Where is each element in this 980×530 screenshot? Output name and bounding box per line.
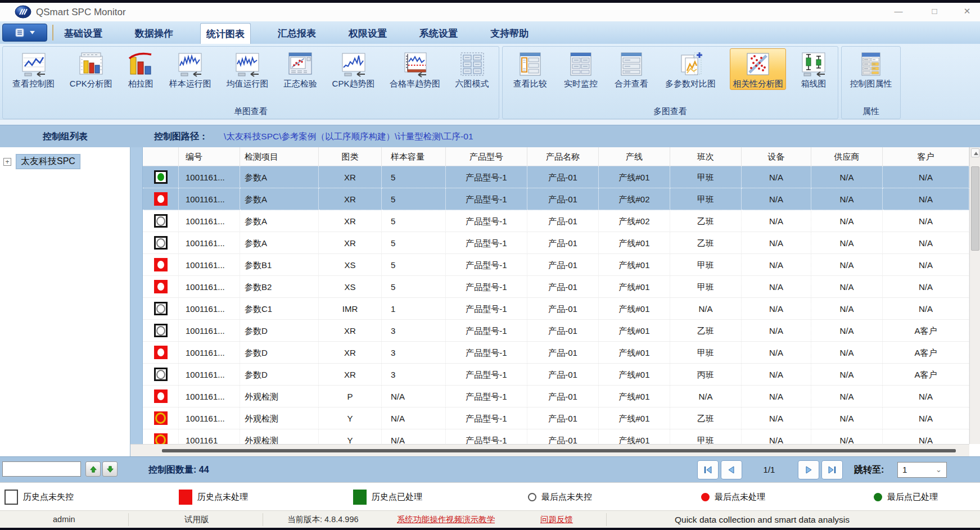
ribbon-group-label: 多图查看	[503, 106, 838, 117]
video-tutorial-link[interactable]: 系统功能操作视频演示教学	[397, 511, 495, 528]
column-header[interactable]: 班次	[670, 147, 742, 166]
tree-search-input[interactable]	[2, 461, 81, 477]
tab-statistical-charts[interactable]: 统计图表	[200, 23, 251, 44]
vertical-scrollbar-thumb[interactable]	[971, 166, 979, 251]
vertical-scrollbar[interactable]	[969, 147, 980, 444]
column-header[interactable]: 样本容量	[382, 147, 446, 166]
jump-page-select[interactable]: 1 ⌄	[897, 462, 947, 478]
column-header[interactable]: 产线	[599, 147, 670, 166]
table-row[interactable]: 1001161外观检测YN/A产品型号-1产品-01产线#01甲班N/AN/AN…	[130, 429, 969, 444]
horizontal-scrollbar-thumb[interactable]	[162, 449, 956, 452]
scroll-up-arrow-icon[interactable]	[971, 148, 979, 157]
row-gutter	[130, 210, 143, 232]
table-cell: N/A	[742, 386, 811, 407]
tree-node-label[interactable]: 太友科技SPC	[16, 154, 80, 169]
tab-system-settings[interactable]: 系统设置	[414, 23, 463, 44]
legend-white-circle-icon	[528, 493, 536, 501]
ribbon-button-cpk-analysis[interactable]: CPK分析图	[67, 48, 115, 90]
table-row[interactable]: 1001161...参数AXR5产品型号-1产品-01产线#02甲班N/AN/A…	[130, 188, 969, 210]
row-gutter	[130, 232, 143, 254]
tab-support-help[interactable]: 支持帮助	[485, 23, 534, 44]
maximize-button[interactable]: □	[922, 3, 947, 20]
column-header[interactable]: 供应商	[811, 147, 883, 166]
column-header[interactable]: 产品型号	[446, 147, 527, 166]
horizontal-scrollbar[interactable]	[130, 444, 969, 456]
tree-search-up-button[interactable]	[85, 461, 101, 477]
tab-data-operations[interactable]: 数据操作	[129, 23, 179, 44]
ribbon-button-view-control-chart[interactable]: 查看控制图	[10, 48, 57, 90]
minimize-button[interactable]: —	[886, 3, 911, 20]
table-cell: 1001161...	[179, 364, 240, 386]
table-row[interactable]: 1001161...参数B2XS5产品型号-1产品-01产线#01甲班N/AN/…	[130, 276, 969, 298]
previous-page-button[interactable]	[721, 460, 742, 479]
table-cell: 甲班	[670, 254, 742, 276]
table-row[interactable]: 1001161...参数AXR5产品型号-1产品-01产线#01乙班N/AN/A…	[130, 232, 969, 254]
window-bottom-edge	[0, 528, 980, 530]
last-page-icon	[827, 465, 838, 474]
app-menu-button[interactable]	[2, 24, 47, 42]
ribbon-button-normality-test[interactable]: 正态检验	[281, 48, 320, 90]
tree-search-down-button[interactable]	[102, 461, 118, 477]
ribbon-button-cpk-trend[interactable]: CPK趋势图	[329, 48, 378, 90]
table-row[interactable]: 1001161...参数DXR3产品型号-1产品-01产线#01乙班N/AN/A…	[130, 320, 969, 342]
row-gutter	[130, 407, 143, 429]
column-header[interactable]: 产品名称	[527, 147, 599, 166]
table-cell: N/A	[883, 298, 969, 320]
feedback-link[interactable]: 问题反馈	[540, 511, 573, 528]
table-cell: 参数D	[240, 342, 319, 364]
column-header[interactable]: 检测项目	[240, 147, 319, 166]
table-row[interactable]: 1001161...参数B1XS5产品型号-1产品-01产线#01甲班N/AN/…	[130, 254, 969, 276]
tree-expand-icon[interactable]: +	[3, 158, 11, 166]
ribbon-button-merge-view[interactable]: 合并查看	[612, 48, 651, 90]
table-row[interactable]: 1001161...参数DXR3产品型号-1产品-01产线#01丙班N/AN/A…	[130, 364, 969, 386]
ribbon-button-control-chart-properties[interactable]: 控制图属性	[847, 48, 895, 90]
table-cell: 产品型号-1	[446, 188, 527, 210]
table-cell: N/A	[883, 407, 969, 429]
table-cell: 产品-01	[527, 276, 599, 298]
column-header-status[interactable]	[143, 147, 179, 166]
next-page-button[interactable]	[798, 460, 819, 479]
table-cell: N/A	[811, 407, 883, 429]
column-header[interactable]: 客户	[883, 147, 969, 166]
close-button[interactable]: ✕	[955, 3, 979, 20]
table-row[interactable]: 1001161...参数AXR5产品型号-1产品-01产线#02乙班N/AN/A…	[130, 210, 969, 232]
table-cell: 产线#01	[599, 166, 670, 188]
last-page-button[interactable]	[821, 460, 843, 479]
ribbon-button-sample-run[interactable]: 样本运行图	[166, 48, 214, 90]
ribbon-button-multi-param-compare[interactable]: 多参数对比图	[662, 48, 719, 90]
ribbon: 查看控制图 CPK分析图 柏拉图 样本运行图 均值运行图 正态检验	[0, 44, 980, 125]
table-cell: N/A	[742, 166, 811, 188]
ribbon-button-realtime-monitor[interactable]: 实时监控	[561, 48, 600, 90]
table-cell: 产品-01	[527, 298, 599, 320]
tree-node-root[interactable]: + 太友科技SPC	[3, 154, 80, 169]
ribbon-button-six-chart-mode[interactable]: 六图模式	[453, 48, 492, 90]
legend-green-square-icon	[353, 490, 367, 505]
row-gutter	[130, 166, 143, 188]
status-cell	[143, 232, 179, 254]
table-cell: N/A	[811, 429, 883, 444]
table-cell: N/A	[742, 407, 811, 429]
ribbon-button-yield-trend[interactable]: 合格率趋势图	[387, 48, 443, 90]
tab-summary-reports[interactable]: 汇总报表	[272, 23, 322, 44]
tab-permission-settings[interactable]: 权限设置	[343, 23, 392, 44]
status-ring-icon	[154, 302, 168, 315]
column-header[interactable]: 图类	[319, 147, 382, 166]
table-cell: XS	[319, 276, 382, 298]
ribbon-button-boxplot[interactable]: 箱线图	[797, 48, 830, 90]
legend-item: 历史点未处理	[179, 483, 248, 511]
ribbon-button-view-compare[interactable]: 查看比较	[511, 48, 550, 90]
table-row[interactable]: 1001161...外观检测YN/A产品型号-1产品-01产线#01乙班N/AN…	[130, 407, 969, 429]
ribbon-button-correlation-analysis[interactable]: 相关性分析图	[730, 48, 786, 90]
ribbon-button-mean-run[interactable]: 均值运行图	[223, 48, 271, 90]
tab-basic-settings[interactable]: 基础设置	[58, 23, 108, 44]
table-row[interactable]: 1001161...外观检测PN/A产品型号-1产品-01产线#01N/AN/A…	[130, 386, 969, 407]
table-row[interactable]: 1001161...参数C1IMR1产品型号-1产品-01产线#01N/AN/A…	[130, 298, 969, 320]
table-row[interactable]: 1001161...参数DXR3产品型号-1产品-01产线#01甲班N/AN/A…	[130, 342, 969, 364]
ribbon-button-pareto[interactable]: 柏拉图	[124, 48, 157, 90]
table-cell: 产品型号-1	[446, 364, 527, 386]
table-row[interactable]: 1001161...参数AXR5产品型号-1产品-01产线#01甲班N/AN/A…	[130, 166, 969, 188]
column-header[interactable]: 设备	[742, 147, 811, 166]
table-cell: 产线#01	[599, 429, 670, 444]
first-page-button[interactable]	[697, 460, 719, 479]
column-header[interactable]: 编号	[179, 147, 240, 166]
